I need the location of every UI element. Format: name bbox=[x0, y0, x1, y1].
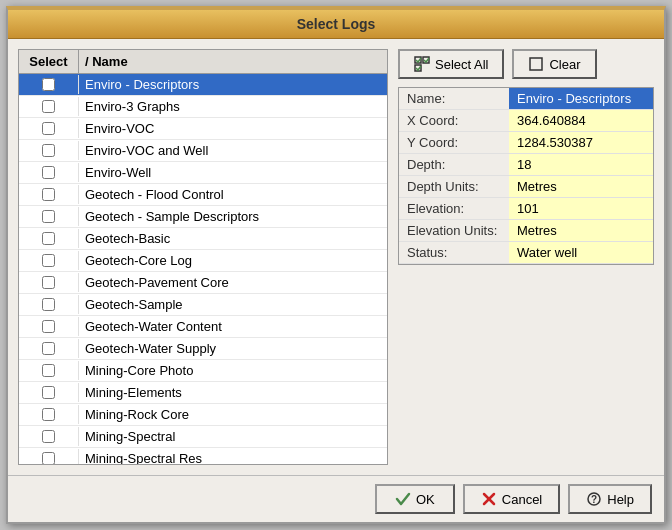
dialog-title: Select Logs bbox=[8, 10, 664, 39]
item-checkbox[interactable] bbox=[42, 386, 55, 399]
item-name: Mining-Core Photo bbox=[79, 360, 387, 381]
bottom-bar: OK Cancel ? Help bbox=[8, 475, 664, 522]
item-checkbox[interactable] bbox=[42, 122, 55, 135]
cancel-button[interactable]: Cancel bbox=[463, 484, 560, 514]
item-name: Mining-Spectral Res bbox=[79, 448, 387, 465]
item-checkbox[interactable] bbox=[42, 298, 55, 311]
info-row: Y Coord:1284.530387 bbox=[399, 132, 653, 154]
item-checkbox[interactable] bbox=[42, 430, 55, 443]
checkbox-cell bbox=[19, 119, 79, 138]
list-item[interactable]: Mining-Core Photo bbox=[19, 360, 387, 382]
info-value: 364.640884 bbox=[509, 110, 653, 132]
info-label: Elevation Units: bbox=[399, 220, 509, 242]
checkbox-cell bbox=[19, 75, 79, 94]
select-all-label: Select All bbox=[435, 57, 488, 72]
item-checkbox[interactable] bbox=[42, 232, 55, 245]
header-name: / Name bbox=[79, 50, 387, 73]
list-item[interactable]: Enviro-VOC and Well bbox=[19, 140, 387, 162]
item-name: Geotech - Sample Descriptors bbox=[79, 206, 387, 227]
checkbox-cell bbox=[19, 361, 79, 380]
item-checkbox[interactable] bbox=[42, 188, 55, 201]
help-icon: ? bbox=[586, 491, 602, 507]
info-row: Depth Units:Metres bbox=[399, 176, 653, 198]
item-checkbox[interactable] bbox=[42, 452, 55, 465]
info-table: Name:Enviro - DescriptorsX Coord:364.640… bbox=[398, 87, 654, 265]
item-name: Geotech - Flood Control bbox=[79, 184, 387, 205]
info-value: Metres bbox=[509, 176, 653, 198]
checkbox-cell bbox=[19, 185, 79, 204]
list-item[interactable]: Geotech-Core Log bbox=[19, 250, 387, 272]
checkbox-cell bbox=[19, 207, 79, 226]
item-name: Geotech-Sample bbox=[79, 294, 387, 315]
item-name: Mining-Elements bbox=[79, 382, 387, 403]
info-value: Water well bbox=[509, 242, 653, 264]
list-item[interactable]: Geotech-Basic bbox=[19, 228, 387, 250]
list-item[interactable]: Mining-Spectral Res bbox=[19, 448, 387, 465]
item-name: Enviro-3 Graphs bbox=[79, 96, 387, 117]
checkbox-cell bbox=[19, 251, 79, 270]
list-item[interactable]: Geotech-Water Supply bbox=[19, 338, 387, 360]
list-item[interactable]: Enviro - Descriptors bbox=[19, 74, 387, 96]
info-label: Status: bbox=[399, 242, 509, 264]
list-item[interactable]: Enviro-Well bbox=[19, 162, 387, 184]
info-label: Elevation: bbox=[399, 198, 509, 220]
right-panel: Select All Clear Name:Enviro - Descripto… bbox=[398, 49, 654, 465]
list-item[interactable]: Geotech - Sample Descriptors bbox=[19, 206, 387, 228]
item-checkbox[interactable] bbox=[42, 166, 55, 179]
checkbox-cell bbox=[19, 449, 79, 465]
help-label: Help bbox=[607, 492, 634, 507]
item-checkbox[interactable] bbox=[42, 408, 55, 421]
list-item[interactable]: Mining-Elements bbox=[19, 382, 387, 404]
clear-button[interactable]: Clear bbox=[512, 49, 596, 79]
info-value: Metres bbox=[509, 220, 653, 242]
item-checkbox[interactable] bbox=[42, 276, 55, 289]
left-panel: Select / Name Enviro - DescriptorsEnviro… bbox=[18, 49, 388, 465]
list-item[interactable]: Geotech - Flood Control bbox=[19, 184, 387, 206]
clear-label: Clear bbox=[549, 57, 580, 72]
list-item[interactable]: Enviro-VOC bbox=[19, 118, 387, 140]
item-name: Enviro - Descriptors bbox=[79, 74, 387, 95]
item-checkbox[interactable] bbox=[42, 364, 55, 377]
item-checkbox[interactable] bbox=[42, 78, 55, 91]
clear-icon bbox=[528, 56, 544, 72]
list-item[interactable]: Geotech-Sample bbox=[19, 294, 387, 316]
cancel-icon bbox=[481, 491, 497, 507]
checkbox-cell bbox=[19, 141, 79, 160]
item-name: Geotech-Water Content bbox=[79, 316, 387, 337]
item-checkbox[interactable] bbox=[42, 210, 55, 223]
info-value: Enviro - Descriptors bbox=[509, 88, 653, 110]
info-value: 1284.530387 bbox=[509, 132, 653, 154]
info-row: Depth:18 bbox=[399, 154, 653, 176]
checkbox-cell bbox=[19, 405, 79, 424]
select-logs-dialog: Select Logs Select / Name Enviro - Descr… bbox=[6, 6, 666, 524]
info-label: X Coord: bbox=[399, 110, 509, 132]
checkbox-cell bbox=[19, 97, 79, 116]
list-item[interactable]: Enviro-3 Graphs bbox=[19, 96, 387, 118]
svg-rect-3 bbox=[530, 58, 542, 70]
info-label: Depth: bbox=[399, 154, 509, 176]
ok-button[interactable]: OK bbox=[375, 484, 455, 514]
item-checkbox[interactable] bbox=[42, 144, 55, 157]
item-name: Mining-Spectral bbox=[79, 426, 387, 447]
item-name: Geotech-Core Log bbox=[79, 250, 387, 271]
list-item[interactable]: Mining-Spectral bbox=[19, 426, 387, 448]
info-row: Elevation Units:Metres bbox=[399, 220, 653, 242]
item-name: Enviro-Well bbox=[79, 162, 387, 183]
item-checkbox[interactable] bbox=[42, 254, 55, 267]
checkbox-cell bbox=[19, 229, 79, 248]
ok-icon bbox=[395, 491, 411, 507]
help-button[interactable]: ? Help bbox=[568, 484, 652, 514]
item-checkbox[interactable] bbox=[42, 100, 55, 113]
item-checkbox[interactable] bbox=[42, 342, 55, 355]
header-select: Select bbox=[19, 50, 79, 73]
list-item[interactable]: Geotech-Pavement Core bbox=[19, 272, 387, 294]
info-row: Elevation:101 bbox=[399, 198, 653, 220]
checkbox-cell bbox=[19, 317, 79, 336]
info-row: Status:Water well bbox=[399, 242, 653, 264]
content-area: Select / Name Enviro - DescriptorsEnviro… bbox=[8, 39, 664, 475]
item-checkbox[interactable] bbox=[42, 320, 55, 333]
log-list[interactable]: Enviro - DescriptorsEnviro-3 GraphsEnvir… bbox=[18, 73, 388, 465]
select-all-button[interactable]: Select All bbox=[398, 49, 504, 79]
list-item[interactable]: Mining-Rock Core bbox=[19, 404, 387, 426]
list-item[interactable]: Geotech-Water Content bbox=[19, 316, 387, 338]
